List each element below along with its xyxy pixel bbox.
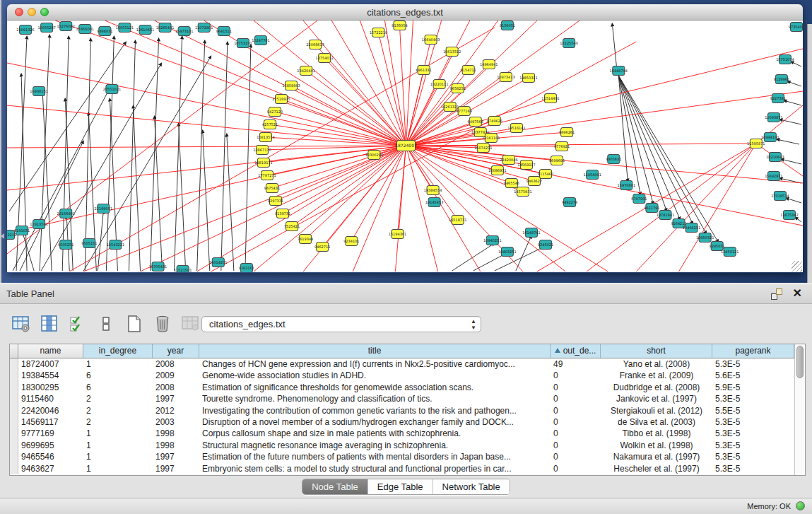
cell-short[interactable]: Franke et al. (2009) — [601, 370, 712, 381]
cell-in_degree[interactable]: 6 — [83, 370, 153, 381]
memory-status-icon[interactable] — [796, 501, 805, 510]
cell-pagerank[interactable]: 5.9E-5 — [712, 382, 794, 393]
column-header-year[interactable]: year — [153, 344, 199, 358]
cell-out_de[interactable]: 0 — [551, 428, 601, 439]
tab-network-table[interactable]: Network Table — [433, 479, 510, 494]
cell-short[interactable]: Nakamura et al. (1997) — [601, 451, 712, 462]
cell-in_degree[interactable]: 6 — [83, 382, 153, 393]
cell-pagerank[interactable]: 5.6E-5 — [712, 370, 794, 381]
tab-node-table[interactable]: Node Table — [302, 479, 367, 494]
column-header-short[interactable]: short — [601, 344, 712, 358]
cell-title[interactable]: Estimation of the future numbers of pati… — [199, 451, 551, 462]
panel-divider-left[interactable] — [0, 0, 1, 283]
cell-name[interactable]: 9463627 — [18, 463, 83, 474]
window-resize-grip[interactable] — [792, 261, 802, 271]
tab-edge-table[interactable]: Edge Table — [367, 479, 433, 494]
cell-name[interactable]: 9699695 — [18, 440, 83, 451]
row-height-icon[interactable] — [96, 315, 115, 334]
network-window[interactable]: citations_edges.txt 22068613127540121342… — [7, 4, 803, 273]
cell-year[interactable]: 1997 — [153, 451, 199, 462]
table-selector-dropdown[interactable]: citations_edges.txt ▲▼ — [201, 316, 481, 332]
cell-in_degree[interactable]: 1 — [83, 358, 153, 370]
cell-short[interactable]: Tibbo et al. (1998) — [601, 428, 712, 439]
cell-short[interactable]: Yano et al. (2008) — [601, 358, 712, 370]
network-canvas[interactable]: 2206861312754012134204011585889327518935… — [7, 21, 803, 272]
table-row[interactable]: 1456911722003Disruption of a novel membe… — [10, 416, 794, 428]
cell-year[interactable]: 2012 — [153, 405, 199, 416]
node-table-grid[interactable]: namein_degreeyeartitleout_de...shortpage… — [10, 344, 794, 475]
float-panel-icon[interactable] — [771, 288, 782, 300]
cell-name[interactable]: 9777169 — [18, 428, 83, 439]
cell-pagerank[interactable]: 5.5E-5 — [712, 405, 794, 416]
table-row[interactable]: 1938455462009Genome-wide association stu… — [10, 370, 794, 381]
cell-title[interactable]: Structural magnetic resonance image aver… — [199, 440, 551, 451]
select-all-icon[interactable] — [68, 315, 87, 334]
cell-pagerank[interactable]: 5.3E-5 — [712, 393, 794, 404]
cell-name[interactable]: 18300295 — [18, 382, 83, 393]
cell-out_de[interactable]: 0 — [551, 405, 601, 416]
table-row[interactable]: 969969511998Structural magnetic resonanc… — [10, 440, 794, 451]
new-table-icon[interactable] — [124, 315, 143, 334]
cell-in_degree[interactable]: 2 — [83, 405, 153, 416]
column-header-out_de[interactable]: out_de... — [551, 344, 601, 358]
cell-name[interactable]: 19384554 — [18, 370, 83, 381]
cell-pagerank[interactable]: 5.3E-5 — [712, 416, 794, 428]
table-row[interactable]: 2242004622012Investigating the contribut… — [10, 405, 794, 416]
cell-in_degree[interactable]: 1 — [83, 440, 153, 451]
cell-pagerank[interactable]: 5.3E-5 — [712, 428, 794, 439]
cell-title[interactable]: Genome-wide association studies in ADHD. — [199, 370, 551, 381]
cell-short[interactable]: Wolkin et al. (1998) — [601, 440, 712, 451]
column-header-title[interactable]: title — [199, 344, 551, 358]
cell-year[interactable]: 2003 — [153, 416, 199, 428]
delete-table-icon[interactable] — [153, 315, 172, 334]
cell-in_degree[interactable]: 1 — [83, 428, 153, 439]
cell-out_de[interactable]: 0 — [551, 463, 601, 474]
cell-pagerank[interactable]: 5.3E-5 — [712, 451, 794, 462]
cell-title[interactable]: Disruption of a novel member of a sodium… — [199, 416, 551, 428]
table-column-icon[interactable] — [40, 315, 59, 334]
cell-name[interactable]: 18724007 — [18, 358, 83, 370]
cell-name[interactable]: 14569117 — [18, 416, 83, 428]
table-row[interactable]: 1830029562008Estimation of significance … — [10, 382, 794, 393]
cell-year[interactable]: 1997 — [153, 393, 199, 404]
cell-in_degree[interactable]: 2 — [83, 393, 153, 404]
cell-title[interactable]: Investigating the contribution of common… — [199, 405, 551, 416]
cell-year[interactable]: 1997 — [153, 463, 199, 474]
cell-title[interactable]: Tourette syndrome. Phenomenology and cla… — [199, 393, 551, 404]
desktop-scrollbar[interactable] — [807, 24, 812, 283]
cell-name[interactable]: 22420046 — [18, 405, 83, 416]
cell-short[interactable]: Stergiakouli et al. (2012) — [601, 405, 712, 416]
cell-out_de[interactable]: 0 — [551, 440, 601, 451]
cell-short[interactable]: Dudbridge et al. (2008) — [601, 382, 712, 393]
cell-pagerank[interactable]: 5.3E-5 — [712, 440, 794, 451]
column-header-name[interactable]: name — [18, 344, 83, 358]
cell-out_de[interactable]: 0 — [551, 382, 601, 393]
cell-out_de[interactable]: 0 — [551, 416, 601, 428]
table-row[interactable]: 977716911998Corpus callosum shape and si… — [10, 428, 794, 439]
cell-in_degree[interactable]: 1 — [83, 451, 153, 462]
table-row[interactable]: 946554611997Estimation of the future num… — [10, 451, 794, 462]
cell-title[interactable]: Estimation of significance thresholds fo… — [199, 382, 551, 393]
column-header-pagerank[interactable]: pagerank — [712, 344, 794, 358]
collapse-panel-icon[interactable] — [1, 233, 4, 239]
cell-pagerank[interactable]: 5.3E-5 — [712, 358, 794, 370]
cell-out_de[interactable]: 49 — [551, 358, 601, 370]
cell-short[interactable]: Hescheler et al. (1997) — [601, 463, 712, 474]
table-row[interactable]: 911546021997Tourette syndrome. Phenomeno… — [10, 393, 794, 404]
cell-title[interactable]: Changes of HCN gene expression and I(f) … — [199, 358, 551, 370]
close-panel-icon[interactable]: ✕ — [793, 287, 802, 300]
cell-year[interactable]: 1998 — [153, 440, 199, 451]
cell-pagerank[interactable]: 5.3E-5 — [712, 463, 794, 474]
table-row[interactable]: 946362711997Embryonic stem cells: a mode… — [10, 463, 794, 474]
cell-in_degree[interactable]: 1 — [83, 463, 153, 474]
network-window-titlebar[interactable]: citations_edges.txt — [7, 4, 803, 21]
cell-out_de[interactable]: 0 — [551, 393, 601, 404]
table-scrollbar-thumb[interactable] — [796, 346, 804, 378]
column-header-in_degree[interactable]: in_degree — [83, 344, 153, 358]
cell-year[interactable]: 2008 — [153, 382, 199, 393]
cell-name[interactable]: 9465546 — [18, 451, 83, 462]
cell-name[interactable]: 9115460 — [18, 393, 83, 404]
cell-out_de[interactable]: 0 — [551, 370, 601, 381]
cell-short[interactable]: de Silva et al. (2003) — [601, 416, 712, 428]
cell-year[interactable]: 2009 — [153, 370, 199, 381]
